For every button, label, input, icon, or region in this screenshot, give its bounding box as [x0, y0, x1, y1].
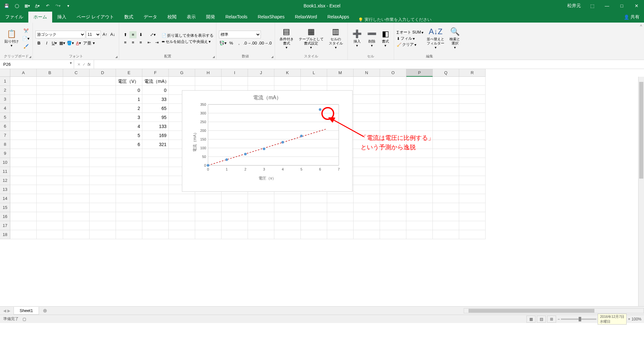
- cell[interactable]: [459, 131, 486, 140]
- cell[interactable]: [354, 185, 380, 194]
- cell[interactable]: [327, 230, 354, 239]
- cell[interactable]: [63, 131, 90, 140]
- cell[interactable]: [116, 221, 142, 230]
- cell[interactable]: [406, 158, 433, 167]
- cell[interactable]: [222, 203, 248, 212]
- cell[interactable]: [222, 230, 248, 239]
- cell[interactable]: [248, 230, 274, 239]
- select-all-button[interactable]: [0, 69, 10, 77]
- tab-RelaxWord[interactable]: RelaxWord: [290, 12, 322, 23]
- cell[interactable]: [433, 131, 459, 140]
- cell[interactable]: [90, 104, 116, 113]
- row-header[interactable]: 1: [0, 77, 10, 86]
- cell[interactable]: [10, 158, 37, 167]
- cell[interactable]: [433, 158, 459, 167]
- cell[interactable]: [37, 212, 63, 221]
- cell[interactable]: [327, 194, 354, 203]
- cell[interactable]: [459, 212, 486, 221]
- cell[interactable]: [10, 149, 37, 158]
- cell[interactable]: [116, 185, 142, 194]
- row-header[interactable]: 18: [0, 230, 10, 239]
- cell[interactable]: [380, 176, 406, 185]
- cell[interactable]: [380, 221, 406, 230]
- fill-button[interactable]: ⬇ フィル ▾: [397, 36, 423, 41]
- cell[interactable]: [248, 194, 274, 203]
- italic-button[interactable]: I: [43, 40, 50, 47]
- sheet-nav-prev-icon[interactable]: ◀: [3, 309, 6, 313]
- cell[interactable]: 133: [142, 122, 169, 131]
- cell[interactable]: 65: [142, 104, 169, 113]
- cell[interactable]: [116, 203, 142, 212]
- cell[interactable]: [37, 77, 63, 86]
- cell[interactable]: [10, 212, 37, 221]
- cell[interactable]: [90, 158, 116, 167]
- cell[interactable]: [90, 221, 116, 230]
- align-bottom-icon[interactable]: ⬇: [137, 31, 144, 38]
- cell[interactable]: [90, 149, 116, 158]
- cell[interactable]: [63, 194, 90, 203]
- cell[interactable]: [142, 167, 169, 176]
- cell[interactable]: [195, 194, 222, 203]
- cell[interactable]: [301, 194, 327, 203]
- cell[interactable]: [63, 86, 90, 95]
- dialog-launcher-icon[interactable]: ◢: [29, 55, 31, 58]
- cell[interactable]: [10, 95, 37, 104]
- cell[interactable]: [406, 113, 433, 122]
- cell[interactable]: [222, 221, 248, 230]
- tab-ホーム[interactable]: ホーム: [28, 12, 52, 23]
- cell[interactable]: [37, 149, 63, 158]
- cell[interactable]: [354, 230, 380, 239]
- cell[interactable]: [380, 86, 406, 95]
- cell[interactable]: [327, 212, 354, 221]
- cell[interactable]: [63, 104, 90, 113]
- cell[interactable]: [37, 203, 63, 212]
- cell[interactable]: [327, 203, 354, 212]
- cell[interactable]: [327, 221, 354, 230]
- cell[interactable]: [274, 212, 301, 221]
- delete-cells-button[interactable]: ➖削除▾: [365, 24, 379, 53]
- cell[interactable]: [169, 230, 195, 239]
- bold-button[interactable]: B: [35, 40, 43, 47]
- cell[interactable]: [116, 167, 142, 176]
- ribbon-options-icon[interactable]: ⬚: [585, 0, 600, 12]
- col-header[interactable]: J: [248, 69, 274, 77]
- cell[interactable]: [116, 230, 142, 239]
- col-header[interactable]: F: [142, 69, 169, 77]
- macro-record-icon[interactable]: ▢: [23, 317, 26, 321]
- decrease-font-icon[interactable]: A↓: [109, 31, 116, 38]
- cell[interactable]: [301, 230, 327, 239]
- cell[interactable]: 6: [116, 140, 142, 149]
- cell[interactable]: [354, 113, 380, 122]
- save-icon[interactable]: 💾: [3, 2, 10, 10]
- cell[interactable]: [459, 140, 486, 149]
- cell[interactable]: [433, 113, 459, 122]
- cell[interactable]: [37, 104, 63, 113]
- cell[interactable]: [301, 212, 327, 221]
- col-header[interactable]: Q: [433, 69, 459, 77]
- cell[interactable]: [169, 212, 195, 221]
- redo-icon[interactable]: ↷▾: [54, 2, 62, 10]
- cell[interactable]: [459, 86, 486, 95]
- font-color-icon[interactable]: A▾: [33, 2, 41, 10]
- tab-ページ レイアウト[interactable]: ページ レイアウト: [71, 12, 119, 23]
- cell[interactable]: [195, 203, 222, 212]
- paste-button[interactable]: 📋 貼り付け▾: [3, 24, 21, 53]
- tab-RelaxShapes[interactable]: RelaxShapes: [252, 12, 289, 23]
- cell[interactable]: [37, 221, 63, 230]
- row-header[interactable]: 11: [0, 167, 10, 176]
- cell[interactable]: [459, 194, 486, 203]
- cell[interactable]: [354, 194, 380, 203]
- cell[interactable]: [37, 167, 63, 176]
- cell[interactable]: [459, 176, 486, 185]
- cell[interactable]: 0: [116, 86, 142, 95]
- cell[interactable]: [433, 221, 459, 230]
- cell[interactable]: [380, 122, 406, 131]
- border-icon[interactable]: ▦▾: [59, 40, 66, 47]
- cell[interactable]: [354, 158, 380, 167]
- cell[interactable]: [63, 185, 90, 194]
- cell[interactable]: 1: [116, 95, 142, 104]
- tab-RelaxTools[interactable]: RelaxTools: [220, 12, 252, 23]
- cancel-formula-icon[interactable]: ✕: [77, 62, 80, 67]
- cell[interactable]: [301, 221, 327, 230]
- cell[interactable]: [433, 212, 459, 221]
